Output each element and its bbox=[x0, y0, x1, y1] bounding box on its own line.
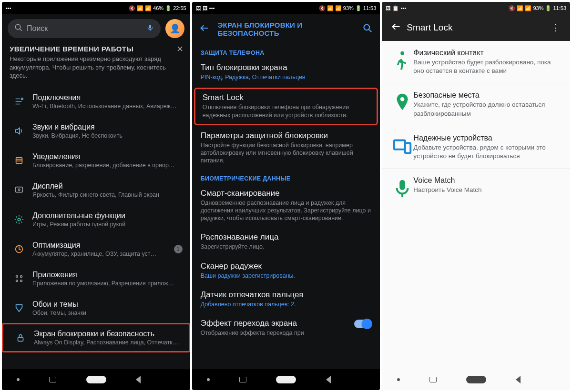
search-icon[interactable] bbox=[363, 23, 372, 35]
screen-lockscreen-security: 🖼 🖼 ••• 🔇 📶 📶 93% 🔋 11:53 ЭКРАН БЛОКИРОВ… bbox=[192, 2, 380, 390]
svg-point-0 bbox=[15, 24, 20, 30]
item-title: Приложения bbox=[32, 271, 183, 279]
item-title: Дисплей bbox=[32, 182, 183, 191]
item-subtitle: Always On Display, Распознавание лица, О… bbox=[34, 339, 181, 346]
connections-icon bbox=[10, 96, 29, 107]
settings-item-sound[interactable]: Звуки и вибрация Звуки, Вибрация, Не бес… bbox=[2, 116, 190, 146]
battery-percent: 93% bbox=[533, 6, 543, 11]
back-arrow-icon[interactable] bbox=[386, 18, 407, 38]
svg-point-22 bbox=[400, 98, 404, 101]
item-subtitle: Добавьте устройства, рядом с которыми эт… bbox=[413, 143, 562, 161]
settings-list: Подключения Wi-Fi, Bluetooth, Использова… bbox=[2, 87, 190, 369]
item-subtitle: Настройте функции безопасной блокировки,… bbox=[201, 141, 372, 165]
item-subtitle: Игры, Режим работы одной рукой bbox=[32, 221, 183, 228]
item-subtitle: PIN-код, Радужка, Отпечатки пальцев bbox=[201, 73, 372, 81]
item-smart-lock[interactable]: Smart Lock Отключение блокировки телефон… bbox=[194, 88, 378, 125]
settings-item-connections[interactable]: Подключения Wi-Fi, Bluetooth, Использова… bbox=[2, 87, 190, 116]
item-subtitle: Аккумулятор, хранилище, ОЗУ, защита уст… bbox=[32, 251, 174, 257]
item-title: Безопасные места bbox=[413, 91, 562, 100]
item-fingerprint[interactable]: Датчик отпечатков пальцев Добавлено отпе… bbox=[192, 285, 380, 314]
item-subtitle: Одновременное распознавание лица и радуж… bbox=[201, 199, 372, 222]
battery-notice[interactable]: ✕ УВЕЛИЧЕНИЕ ВРЕМЕНИ РАБОТЫ Некоторые пр… bbox=[2, 43, 190, 87]
battery-percent: 46% bbox=[153, 6, 163, 11]
smart-lock-item[interactable]: Voice Match Настроить Voice Match bbox=[382, 169, 570, 207]
item-title: Обои и темы bbox=[32, 300, 183, 309]
svg-rect-23 bbox=[394, 140, 405, 149]
item-title: Дополнительные функции bbox=[32, 211, 183, 220]
nav-recents-icon[interactable] bbox=[239, 377, 246, 382]
item-iris-scanner[interactable]: Сканер радужек Ваши радужки зарегистриро… bbox=[192, 257, 380, 285]
item-lock-type[interactable]: Тип блокировки экрана PIN-код, Радужка, … bbox=[192, 58, 380, 87]
nav-home-icon[interactable] bbox=[466, 376, 486, 383]
battery-percent: 93% bbox=[343, 6, 354, 11]
item-smart-scan[interactable]: Смарт-сканирование Одновременное распозн… bbox=[192, 184, 380, 228]
nav-assistant-icon[interactable] bbox=[207, 378, 210, 381]
svg-rect-8 bbox=[16, 187, 23, 192]
svg-point-15 bbox=[20, 280, 22, 281]
item-title: Уведомления bbox=[32, 152, 183, 161]
item-title: Тип блокировки экрана bbox=[201, 63, 372, 72]
settings-item-apps[interactable]: Приложения Приложения по умолчанию, Разр… bbox=[2, 264, 190, 293]
nav-back-icon[interactable] bbox=[136, 376, 141, 383]
toggle-switch[interactable] bbox=[354, 320, 371, 328]
overflow-menu-icon[interactable]: ⋮ bbox=[544, 19, 566, 37]
item-subtitle: Отображение эффекта перехода при bbox=[201, 329, 372, 337]
page-title: Smart Lock bbox=[407, 22, 544, 33]
notifications-icon bbox=[10, 155, 29, 166]
page-title: ЭКРАН БЛОКИРОВКИ И БЕЗОПАСНОСТЬ bbox=[218, 21, 355, 37]
settings-item-display[interactable]: Дисплей Яркость, Фильтр синего света, Гл… bbox=[2, 175, 190, 205]
close-icon[interactable]: ✕ bbox=[176, 44, 184, 54]
signal-icon: 📶 bbox=[525, 6, 531, 11]
nav-back-icon[interactable] bbox=[516, 376, 521, 383]
status-left-icon: ••• bbox=[6, 6, 11, 11]
settings-item-lock[interactable]: Экран блокировки и безопасность Always O… bbox=[2, 323, 190, 352]
item-secure-lock-settings[interactable]: Параметры защитной блокировки Настройте … bbox=[192, 126, 380, 171]
item-subtitle: Wi-Fi, Bluetooth, Использование данных, … bbox=[32, 103, 183, 110]
wifi-icon: 📶 bbox=[137, 6, 143, 11]
item-title: Экран блокировки и безопасность bbox=[34, 330, 181, 338]
nav-recents-icon[interactable] bbox=[49, 377, 56, 382]
nav-assistant-icon[interactable] bbox=[397, 378, 400, 381]
nav-recents-icon[interactable] bbox=[429, 377, 437, 382]
settings-item-battery[interactable]: Оптимизация Аккумулятор, хранилище, ОЗУ,… bbox=[2, 234, 190, 264]
back-arrow-icon[interactable] bbox=[200, 23, 209, 35]
header-bar: Smart Lock ⋮ bbox=[382, 14, 570, 41]
item-face-recognition[interactable]: Распознавание лица Зарегистрируйте лицо. bbox=[192, 228, 380, 256]
mute-icon: 🔇 bbox=[129, 6, 135, 11]
smart-lock-item[interactable]: Надежные устройства Добавьте устройства,… bbox=[382, 126, 570, 169]
svg-point-21 bbox=[401, 51, 405, 55]
item-title: Датчик отпечатков пальцев bbox=[201, 290, 372, 300]
section-phone-protection: ЗАЩИТА ТЕЛЕФОНА bbox=[192, 45, 380, 58]
svg-point-18 bbox=[364, 24, 370, 30]
status-bar: 🖼 🖼 ••• 🔇 📶 📶 93% 🔋 11:53 bbox=[192, 2, 380, 14]
settings-item-advanced[interactable]: Дополнительные функции Игры, Режим работ… bbox=[2, 205, 190, 234]
mic-icon[interactable] bbox=[146, 24, 154, 33]
settings-item-notifications[interactable]: Уведомления Блокирование, разрешение, до… bbox=[2, 146, 190, 175]
nav-back-icon[interactable] bbox=[326, 376, 331, 383]
item-transition-effect[interactable]: Эффект перехода экрана Отображение эффек… bbox=[192, 314, 380, 342]
walk-icon bbox=[391, 49, 413, 75]
mic-icon bbox=[391, 176, 413, 199]
settings-item-themes[interactable]: Обои и темы Обои, темы, значки bbox=[2, 293, 190, 323]
item-subtitle: Блокирование, разрешение, добавление в п… bbox=[32, 162, 183, 169]
item-title: Voice Match bbox=[413, 176, 562, 185]
smart-lock-item[interactable]: Физический контакт Ваше устройство будет… bbox=[382, 41, 570, 83]
search-input[interactable]: Поиск bbox=[8, 19, 161, 38]
item-title: Сканер радужек bbox=[201, 261, 372, 271]
nav-home-icon[interactable] bbox=[276, 376, 296, 383]
wifi-icon: 📶 bbox=[517, 6, 523, 11]
smart-lock-item[interactable]: Безопасные места Укажите, где устройство… bbox=[382, 83, 570, 126]
avatar[interactable]: 👤 bbox=[165, 19, 184, 38]
navigation-bar bbox=[382, 369, 570, 390]
status-bar: ••• 🔇 📶 📶 46% 🔋 22:55 bbox=[2, 2, 190, 14]
nav-home-icon[interactable] bbox=[86, 376, 106, 383]
battery-icon bbox=[10, 244, 29, 254]
battery-icon: 🔋 bbox=[165, 6, 172, 11]
item-title: Надежные устройства bbox=[413, 134, 562, 142]
svg-point-13 bbox=[20, 275, 22, 277]
item-title: Физический контакт bbox=[413, 49, 562, 57]
status-left-icons: 🖼 🖼 ••• bbox=[196, 6, 215, 11]
nav-assistant-icon[interactable] bbox=[17, 378, 20, 381]
svg-rect-2 bbox=[149, 25, 151, 29]
display-icon bbox=[10, 185, 29, 195]
